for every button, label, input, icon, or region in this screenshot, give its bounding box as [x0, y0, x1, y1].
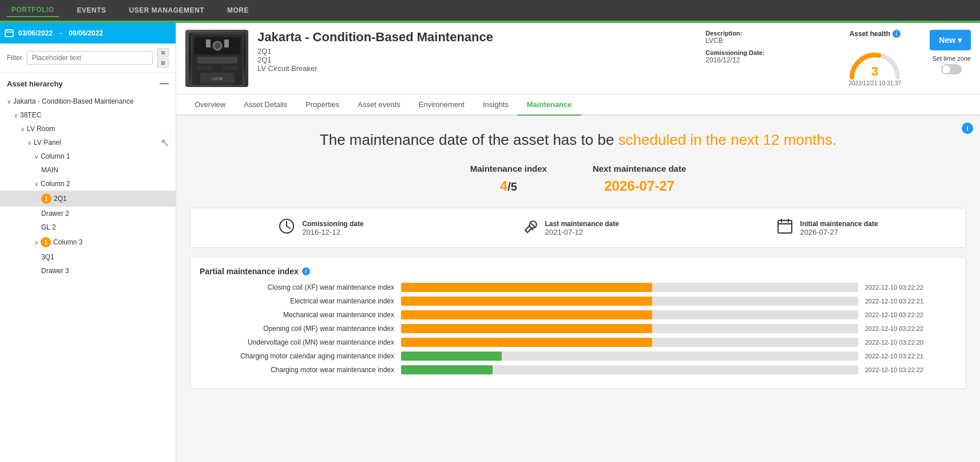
sidebar-item-jakarta[interactable]: ∨ Jakarta - Condition-Based Maintenance: [0, 94, 176, 108]
sidebar-item-gl2[interactable]: GL 2: [0, 220, 176, 234]
sidebar-item-column2[interactable]: ∨ Column 2: [0, 177, 176, 191]
partial-row-4: Undervoltage coil (MN) wear maintenance …: [200, 338, 957, 347]
calendar-icon: [5, 29, 14, 38]
sidebar-item-label: Jakarta - Condition-Based Maintenance: [13, 97, 134, 105]
sidebar-item-column3[interactable]: ∨ 1 Column 3: [0, 234, 176, 250]
next-date-value: 2026-07-27: [593, 178, 686, 194]
health-section: Asset health i 3 2022/11/21 10:31:37: [829, 30, 921, 86]
clock-icon: [278, 218, 295, 235]
hierarchy-title: Asset hierarchy: [7, 80, 63, 88]
partial-bar-fill: [401, 352, 502, 361]
nav-user-management[interactable]: USER MANAGEMENT: [125, 4, 209, 17]
next-date-block: Next maintenance date 2026-07-27: [593, 164, 686, 194]
search-input[interactable]: [27, 51, 153, 65]
sidebar-item-label: MAIN: [41, 166, 58, 174]
partial-bar-container: [401, 352, 858, 361]
date-end: 09/06/2022: [69, 29, 103, 37]
partial-maintenance-section: Partial maintenance index i Closing coil…: [190, 257, 966, 389]
sidebar-item-column1[interactable]: ∨ Column 1: [0, 149, 176, 163]
sidebar-item-38tec[interactable]: ∨ 38TEC: [0, 108, 176, 122]
partial-info-icon[interactable]: i: [302, 267, 310, 275]
svg-line-20: [531, 223, 535, 228]
svg-text:LVCB: LVCB: [212, 77, 223, 81]
partial-row-date: 2022-12-10 03:22:22: [865, 366, 957, 373]
last-maintenance-icon: [521, 218, 538, 238]
sidebar-item-drawer2[interactable]: Drawer 2: [0, 207, 176, 220]
sidebar-item-2q1[interactable]: 1 2Q1: [0, 191, 176, 207]
svg-rect-6: [197, 57, 237, 64]
partial-bar-container: [401, 324, 858, 333]
asset-title: Jakarta - Condition-Based Maintenance: [257, 30, 696, 45]
tab-overview[interactable]: Overview: [185, 94, 235, 116]
partial-bar-container: [401, 283, 858, 292]
sidebar-item-label: 3Q1: [41, 253, 54, 261]
partial-row-date: 2022-12-10 03:22:20: [865, 339, 957, 346]
sidebar-item-label: LV Room: [27, 125, 55, 133]
sidebar-item-label: Column 1: [41, 152, 70, 160]
top-navigation: PORTFOLIO EVENTS USER MANAGEMENT MORE: [0, 0, 980, 21]
last-maintenance-type: Last maintenance date: [545, 220, 618, 228]
tab-environement[interactable]: Environement: [410, 94, 474, 116]
chevron-icon: ∨: [34, 239, 38, 246]
timezone-toggle[interactable]: [941, 64, 962, 74]
partial-bar-fill: [401, 310, 652, 319]
sidebar-item-main[interactable]: MAIN: [0, 163, 176, 177]
tab-insights[interactable]: Insights: [474, 94, 518, 116]
commissioning-date-icon: [278, 218, 295, 238]
partial-bar-fill: [401, 324, 652, 333]
chevron-icon: ∨: [34, 181, 38, 187]
partial-row-date: 2022-12-10 03:22:21: [865, 298, 957, 305]
new-button[interactable]: New ▾: [930, 30, 971, 50]
tab-asset-events[interactable]: Asset events: [348, 94, 409, 116]
timezone-label: Set time zone: [933, 55, 971, 62]
copy-button-1[interactable]: ⧉: [157, 48, 169, 57]
sidebar-item-drawer3[interactable]: Drawer 3: [0, 264, 176, 278]
copy-button-2[interactable]: ⊞: [157, 58, 169, 68]
date-start: 03/06/2022: [18, 29, 53, 37]
partial-row-date: 2022-12-10 03:22:22: [865, 325, 957, 332]
partial-row-date: 2022-12-10 03:22:22: [865, 284, 957, 291]
filter-row: Filter ⧉ ⊞: [0, 44, 176, 73]
maintenance-info-icon[interactable]: i: [962, 123, 973, 134]
asset-meta: Description: LVCB Comissioning Date: 201…: [705, 30, 820, 69]
sidebar-item-label: LV Panel: [34, 139, 61, 147]
initial-maintenance-text: Initial maintenance date 2026-07-27: [800, 220, 878, 236]
filter-label: Filter: [7, 54, 22, 62]
sidebar-item-3q1[interactable]: 3Q1: [0, 250, 176, 264]
nav-events[interactable]: EVENTS: [73, 4, 111, 17]
nav-portfolio[interactable]: PORTFOLIO: [7, 3, 59, 17]
health-info-icon[interactable]: i: [892, 30, 900, 38]
nav-more[interactable]: MORE: [223, 4, 253, 17]
partial-bar-container: [401, 365, 858, 374]
sidebar-item-label: Column 3: [53, 238, 82, 246]
metrics-row: Maintenance index 4/5 Next maintenance d…: [190, 164, 966, 194]
maintenance-index-block: Maintenance index 4/5: [470, 164, 547, 194]
index-value: 4/5: [470, 178, 547, 194]
initial-maintenance-type: Initial maintenance date: [800, 220, 878, 228]
dates-row: Comissioning date 2016-12-12 Last: [190, 208, 966, 248]
headline-highlight: scheduled in the next 12 months.: [618, 131, 837, 148]
minimize-button[interactable]: —: [160, 78, 169, 89]
wrench-svg-icon: [521, 218, 538, 235]
sidebar-item-lv-room[interactable]: ∨ LV Room: [0, 122, 176, 136]
date-range-bar[interactable]: 03/06/2022 → 09/06/2022: [0, 23, 176, 44]
asset-info: Jakarta - Condition-Based Maintenance 2Q…: [257, 30, 696, 73]
initial-maintenance-val: 2026-07-27: [800, 228, 878, 236]
initial-maintenance-icon: [776, 218, 793, 238]
sidebar-item-label: Drawer 3: [41, 267, 69, 275]
tab-asset-details[interactable]: Asset Details: [235, 94, 296, 116]
asset-subtitle2: 2Q1: [257, 56, 696, 64]
last-maintenance-text: Last maintenance date 2021-07-12: [545, 220, 618, 236]
tab-properties[interactable]: Properties: [296, 94, 348, 116]
commissioning-date-type: Comissioning date: [302, 220, 363, 228]
chevron-icon: ∨: [34, 153, 38, 160]
svg-rect-21: [778, 220, 792, 233]
alert-badge: 1: [41, 194, 51, 204]
calendar-icon-svg: [776, 218, 793, 235]
partial-row-name: Undervoltage coil (MN) wear maintenance …: [200, 338, 394, 346]
partial-title: Partial maintenance index: [200, 267, 299, 276]
sidebar-item-lv-panel[interactable]: ∨ LV Panel 🔧: [0, 136, 176, 149]
tab-maintenance[interactable]: Maintenance: [518, 94, 581, 116]
commissioning-value: 2016/12/12: [705, 56, 820, 64]
partial-row-date: 2022-12-10 03:22:22: [865, 311, 957, 318]
